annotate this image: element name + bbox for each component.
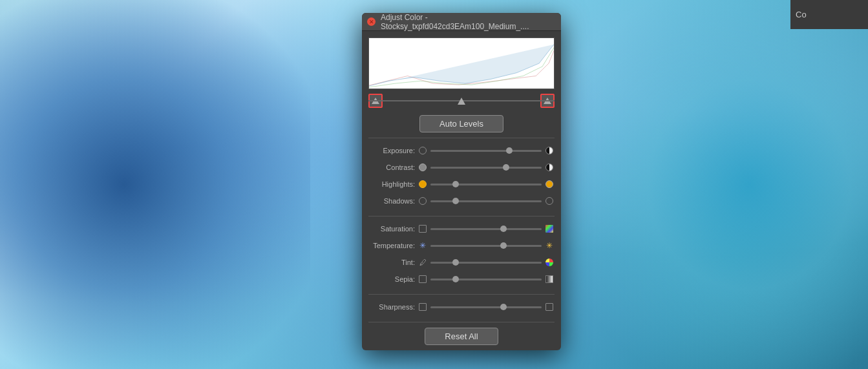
saturation-label: Saturation: <box>368 225 415 233</box>
tint-brush-icon: 🖊 <box>419 258 427 266</box>
temperature-left-icon: ✳ <box>419 241 426 250</box>
highlights-left-icon <box>419 180 427 188</box>
corner-text: Co <box>796 10 807 19</box>
controls-section-2: Saturation: Temperature: ✳ ✳ <box>362 220 561 290</box>
sepia-icon-right <box>544 274 555 284</box>
saturation-icon-left <box>418 224 428 234</box>
dialog-title: Adjust Color - Stocksy_txpfd042cd3EAm100… <box>381 13 556 31</box>
tint-thumb[interactable] <box>452 259 459 266</box>
shadows-slider[interactable] <box>430 200 542 202</box>
sharpness-label: Sharpness: <box>368 303 415 311</box>
exposure-slider[interactable] <box>430 150 542 152</box>
sepia-right-icon <box>545 275 553 283</box>
shadows-label: Shadows: <box>368 197 415 205</box>
contrast-thumb[interactable] <box>503 164 509 171</box>
exposure-row: Exposure: <box>368 142 555 159</box>
exposure-icon-left <box>418 145 428 156</box>
sharpness-right-icon <box>545 303 553 311</box>
exposure-icon-right <box>544 145 555 156</box>
corner-panel: Co <box>790 0 868 29</box>
controls-section-3: Sharpness: <box>362 299 561 318</box>
sharpness-left-icon <box>419 303 427 311</box>
sepia-slider[interactable] <box>430 279 542 280</box>
adjust-color-dialog: ✕ Adjust Color - Stocksy_txpfd042cd3EAm1… <box>362 13 561 350</box>
highlights-right-icon <box>545 180 553 188</box>
shadows-icon-left <box>418 196 428 206</box>
close-button[interactable]: ✕ <box>367 17 376 26</box>
saturation-left-icon <box>419 225 427 233</box>
histogram-svg <box>369 38 554 89</box>
sepia-thumb[interactable] <box>452 276 459 282</box>
sepia-left-icon <box>419 275 427 283</box>
sepia-label: Sepia: <box>368 275 415 283</box>
controls-section-1: Exposure: Contrast: <box>362 142 561 212</box>
exposure-thumb[interactable] <box>506 147 513 154</box>
tint-icon-left: 🖊 <box>418 257 428 268</box>
contrast-label: Contrast: <box>368 163 415 171</box>
saturation-thumb[interactable] <box>500 226 507 232</box>
divider-2 <box>368 216 555 216</box>
histogram-area <box>368 37 555 89</box>
highlights-icon-left <box>418 179 428 189</box>
level-handle-mid[interactable] <box>458 98 465 105</box>
shadows-right-icon <box>545 197 553 205</box>
reset-all-button[interactable]: Reset All <box>425 328 498 345</box>
temperature-right-icon: ✳ <box>546 241 553 250</box>
tint-label: Tint: <box>368 258 415 266</box>
temperature-icon-left: ✳ <box>418 240 428 251</box>
divider-4 <box>368 322 555 322</box>
sharpness-row: Sharpness: <box>368 299 555 315</box>
title-bar: ✕ Adjust Color - Stocksy_txpfd042cd3EAm1… <box>362 13 561 31</box>
temperature-slider[interactable] <box>430 245 542 247</box>
mid-triangle <box>458 98 465 105</box>
saturation-slider[interactable] <box>430 228 542 230</box>
temperature-icon-right: ✳ <box>544 240 555 251</box>
highlights-thumb[interactable] <box>452 181 459 187</box>
shadows-row: Shadows: <box>368 193 555 209</box>
saturation-row: Saturation: <box>368 220 555 237</box>
sepia-icon-left <box>418 274 428 284</box>
sepia-row: Sepia: <box>368 271 555 288</box>
contrast-left-icon <box>419 163 427 171</box>
saturation-icon-right <box>544 224 555 234</box>
divider-1 <box>368 138 555 138</box>
sharpness-slider[interactable] <box>430 306 542 308</box>
shadows-thumb[interactable] <box>452 198 459 204</box>
contrast-icon-left <box>418 162 428 173</box>
exposure-label: Exposure: <box>368 147 415 154</box>
contrast-icon-right <box>544 162 555 173</box>
saturation-right-icon <box>545 225 553 233</box>
highlights-label: Highlights: <box>368 180 415 188</box>
figure-left <box>0 0 310 369</box>
temperature-label: Temperature: <box>368 242 415 249</box>
tint-slider[interactable] <box>430 262 542 264</box>
exposure-left-icon <box>419 147 427 154</box>
shadows-icon-right <box>544 196 555 206</box>
contrast-slider[interactable] <box>430 167 542 169</box>
contrast-right-icon <box>545 163 553 171</box>
exposure-right-icon <box>545 147 553 154</box>
level-sliders-row <box>368 92 555 110</box>
tint-icon-right <box>544 257 555 268</box>
tint-row: Tint: 🖊 <box>368 254 555 271</box>
shadows-left-icon <box>419 197 427 205</box>
sharpness-thumb[interactable] <box>500 304 507 310</box>
temperature-row: Temperature: ✳ ✳ <box>368 237 555 254</box>
contrast-row: Contrast: <box>368 159 555 176</box>
highlights-icon-right <box>544 179 555 189</box>
sharpness-icon-left <box>418 302 428 312</box>
highlights-row: Highlights: <box>368 176 555 193</box>
divider-3 <box>368 294 555 295</box>
highlights-slider[interactable] <box>430 184 542 185</box>
auto-levels-button[interactable]: Auto Levels <box>419 115 503 132</box>
tint-right-icon <box>545 258 553 266</box>
figure-right <box>571 0 868 369</box>
temperature-thumb[interactable] <box>500 242 507 249</box>
sharpness-icon-right <box>544 302 555 312</box>
